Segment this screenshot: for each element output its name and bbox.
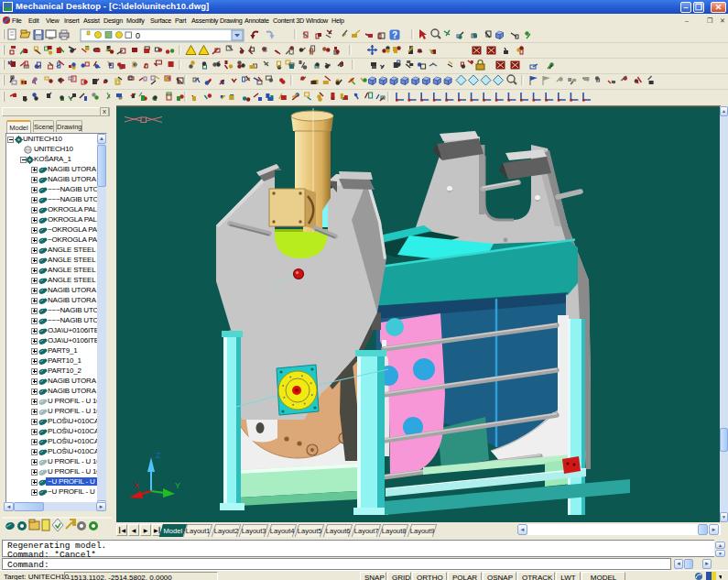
svg-text:X: X — [134, 481, 139, 490]
svg-text:Y: Y — [175, 481, 180, 490]
svg-text:Z: Z — [156, 451, 161, 460]
